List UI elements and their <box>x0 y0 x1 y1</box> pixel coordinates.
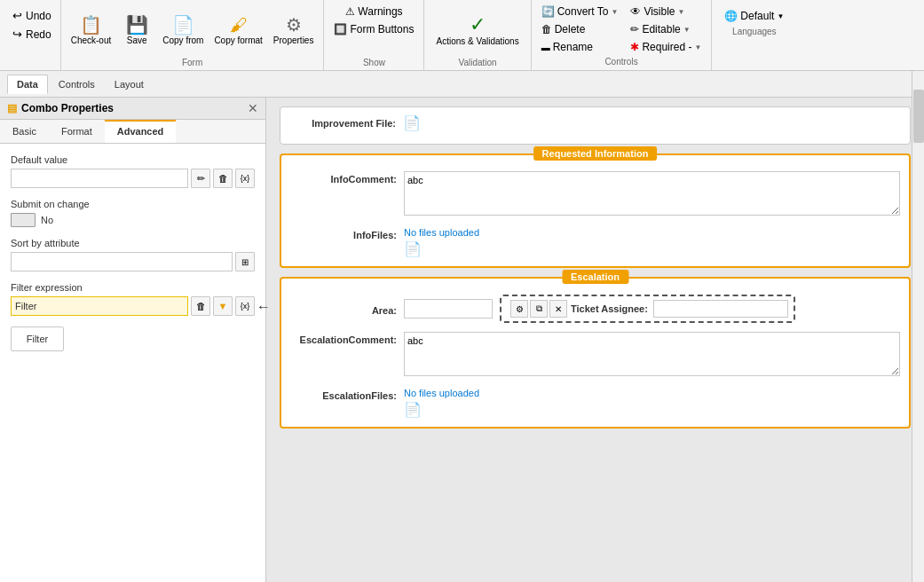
redo-button[interactable]: ↪ Redo <box>9 26 55 43</box>
languages-group: 🌐 Default ▼ Languages <box>712 0 796 70</box>
default-value-edit-btn[interactable]: ✏ <box>191 169 210 188</box>
redo-icon: ↪ <box>12 28 22 41</box>
controls-group: 🔄 Convert To ▼ 🗑 Delete ▬ Rename 👁 Visib… <box>532 0 713 70</box>
combo-tab-format[interactable]: Format <box>49 120 105 143</box>
sort-by-attribute-group: Sort by attribute ⊞ <box>11 238 255 271</box>
copy-from-label: Copy from <box>162 35 203 45</box>
escalation-file-upload-icon[interactable]: 📄 <box>404 402 422 417</box>
main-area: ▤ Combo Properties ✕ Basic Format Advanc… <box>0 98 924 582</box>
combo-icon: ▤ <box>7 102 17 114</box>
ticket-assignee-input[interactable] <box>653 300 788 318</box>
assignee-icons: ⚙ ⧉ ✕ <box>510 300 567 318</box>
area-ticket-row: Area: ⚙ ⧉ ✕ Ticket Assignee: <box>290 295 900 323</box>
editable-icon: ✏ <box>630 23 639 35</box>
tabs-bar: Data Controls Layout <box>0 71 924 98</box>
info-file-upload-icon[interactable]: 📄 <box>404 241 422 256</box>
form-group: 📋 Check-out 💾 Save 📄 Copy from 🖌 Copy fo… <box>61 0 325 70</box>
scrollbar-thumb[interactable] <box>913 90 924 143</box>
filter-button[interactable]: Filter <box>11 326 64 351</box>
sort-db-btn[interactable]: ⊞ <box>235 252 255 271</box>
checkout-label: Check-out <box>71 35 112 45</box>
escalation-comment-textarea[interactable] <box>404 332 900 376</box>
sort-by-input[interactable] <box>11 252 233 271</box>
rename-icon: ▬ <box>541 43 550 52</box>
rename-button[interactable]: ▬ Rename <box>537 39 623 55</box>
filter-funnel-btn[interactable]: ▼ <box>213 296 233 316</box>
globe-icon: 🌐 <box>724 10 738 22</box>
combo-header-left: ▤ Combo Properties <box>7 102 114 114</box>
validation-label: Validation <box>458 56 496 70</box>
info-comment-textarea[interactable] <box>404 171 900 216</box>
visible-icon: 👁 <box>630 5 641 18</box>
tab-layout[interactable]: Layout <box>106 75 153 93</box>
assignee-gear-btn[interactable]: ⚙ <box>510 300 528 318</box>
undo-icon: ↩ <box>12 9 22 22</box>
checkout-button[interactable]: 📋 Check-out <box>67 12 116 48</box>
close-button[interactable]: ✕ <box>248 101 258 115</box>
left-panel: ▤ Combo Properties ✕ Basic Format Advanc… <box>0 98 266 582</box>
save-button[interactable]: 💾 Save <box>117 12 156 48</box>
combo-tab-advanced[interactable]: Advanced <box>105 120 177 143</box>
assignee-remove-btn[interactable]: ✕ <box>549 300 567 318</box>
editable-caret: ▼ <box>683 26 691 34</box>
warnings-button[interactable]: ⚠ Warnings <box>341 4 407 20</box>
info-comment-row: InfoComment: <box>290 171 900 218</box>
combo-tab-basic[interactable]: Basic <box>0 120 49 143</box>
editable-button[interactable]: ✏ Editable ▼ <box>626 21 706 37</box>
default-value-trash-btn[interactable]: 🗑 <box>213 169 233 188</box>
delete-icon: 🗑 <box>541 23 552 35</box>
info-files-value: No files uploaded 📄 <box>404 227 900 257</box>
filter-delete-btn[interactable]: 🗑 <box>191 296 210 316</box>
scrollbar-track <box>912 71 924 582</box>
copy-from-button[interactable]: 📄 Copy from <box>158 12 208 48</box>
escalation-files-label: EscalationFiles: <box>290 388 397 401</box>
ticket-assignee-box: ⚙ ⧉ ✕ Ticket Assignee: <box>500 295 795 323</box>
visible-caret: ▼ <box>678 8 685 16</box>
submit-on-change-group: Submit on change No <box>11 199 255 227</box>
filter-formula-btn[interactable]: {x} <box>235 296 255 316</box>
submit-toggle[interactable] <box>11 213 36 227</box>
submit-on-change-label: Submit on change <box>11 199 255 209</box>
info-comment-label: InfoComment: <box>290 171 397 185</box>
combo-body: Default value ✏ 🗑 {x} Submit on change N… <box>0 144 265 582</box>
required-label: Required - <box>642 41 691 53</box>
default-value-input[interactable] <box>11 169 188 188</box>
assignee-copy-btn[interactable]: ⧉ <box>530 300 548 318</box>
filter-expression-label: Filter expression <box>11 282 255 293</box>
show-label: Show <box>363 56 385 70</box>
controls-label: Controls <box>604 55 637 69</box>
actions-button[interactable]: ✓ Actions & Validations <box>431 11 523 49</box>
convert-caret: ▼ <box>611 8 618 16</box>
tab-controls[interactable]: Controls <box>50 75 104 93</box>
copy-format-label: Copy format <box>214 35 262 45</box>
show-group: ⚠ Warnings 🔲 Form Buttons Show <box>324 0 424 70</box>
copy-format-button[interactable]: 🖌 Copy format <box>209 12 266 48</box>
tab-data[interactable]: Data <box>7 75 48 94</box>
validation-group: ✓ Actions & Validations Validation <box>424 0 531 70</box>
delete-label: Delete <box>555 23 586 35</box>
form-buttons-button[interactable]: 🔲 Form Buttons <box>329 21 418 37</box>
undo-label: Undo <box>26 10 51 22</box>
filter-expression-group: Filter expression 🗑 ▼ {x} ← <box>11 282 255 316</box>
lang-caret: ▼ <box>777 12 784 20</box>
visible-button[interactable]: 👁 Visible ▼ <box>626 4 706 20</box>
info-files-row: InfoFiles: No files uploaded 📄 <box>290 227 900 257</box>
default-value-formula-btn[interactable]: {x} <box>235 169 255 188</box>
warnings-icon: ⚠ <box>345 5 355 18</box>
delete-button[interactable]: 🗑 Delete <box>537 21 623 37</box>
convert-to-button[interactable]: 🔄 Convert To ▼ <box>537 4 623 20</box>
undo-button[interactable]: ↩ Undo <box>9 7 55 24</box>
default-value-label: Default value <box>11 154 255 165</box>
area-input[interactable] <box>404 299 493 319</box>
area-label: Area: <box>290 303 397 316</box>
arrow-indicator: ← <box>257 299 271 315</box>
default-language-button[interactable]: 🌐 Default ▼ <box>719 7 789 25</box>
ticket-assignee-label: Ticket Assignee: <box>571 303 648 314</box>
save-label: Save <box>127 35 147 45</box>
filter-expression-input[interactable] <box>11 296 188 316</box>
required-button[interactable]: ✱ Required - ▼ <box>626 39 706 55</box>
improvement-section: Improvement File: 📄 <box>280 106 911 145</box>
info-comment-value <box>404 171 900 218</box>
properties-button[interactable]: ⚙ Properties <box>269 12 319 48</box>
actions-icon: ✓ <box>470 13 486 36</box>
